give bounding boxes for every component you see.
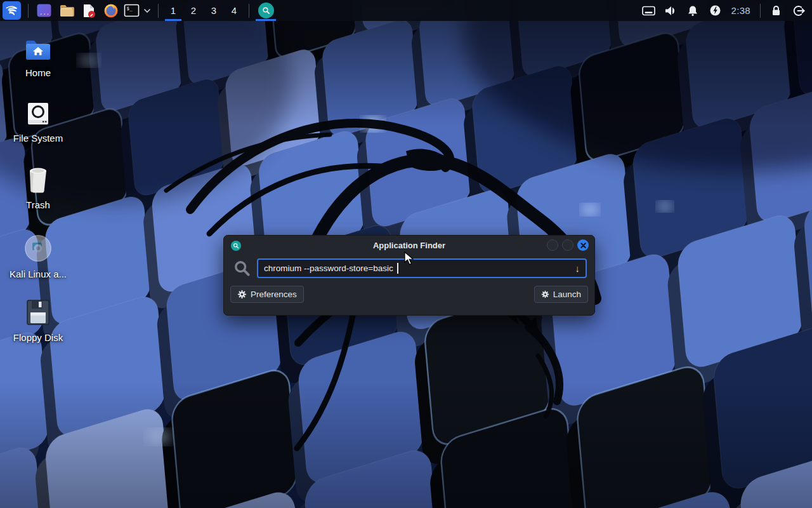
kali-logo-icon	[3, 1, 21, 20]
logout-button[interactable]	[787, 0, 809, 21]
lock-screen-button[interactable]	[765, 0, 787, 21]
launch-button[interactable]: Launch	[534, 286, 588, 303]
command-text: chromium --password-store=basic	[264, 264, 395, 273]
lock-icon	[771, 5, 782, 17]
chevron-down-icon	[143, 8, 151, 13]
terminal-icon: $_	[124, 3, 140, 18]
panel-separator	[28, 4, 29, 18]
panel-separator	[760, 4, 761, 18]
floppy-disk-icon	[25, 298, 51, 326]
workspace-2[interactable]: 2	[183, 0, 204, 21]
app-finder-icon	[258, 3, 274, 18]
workspace-3[interactable]: 3	[204, 0, 224, 21]
down-arrow-icon[interactable]: ↓	[575, 264, 580, 273]
app-finder-icon	[231, 241, 241, 251]
launcher-terminal[interactable]: $_	[122, 0, 141, 21]
desktop-icon-label: Home	[25, 67, 51, 78]
window-title: Application Finder	[224, 241, 594, 250]
workspace-1[interactable]: 1	[163, 0, 183, 21]
maximize-button[interactable]	[562, 239, 573, 251]
logout-icon	[792, 4, 805, 17]
command-input[interactable]: chromium --password-store=basic ↓	[257, 258, 587, 278]
launcher-purple-app[interactable]: ...	[33, 0, 55, 21]
desktop-icon-kali-linux[interactable]: Kali Linux a...	[8, 234, 69, 279]
file-manager-icon	[58, 3, 75, 19]
desktop-icon-label: File System	[13, 133, 63, 144]
titlebar[interactable]: Application Finder	[224, 236, 594, 255]
close-button[interactable]	[577, 239, 589, 251]
top-panel: ... $_	[0, 0, 812, 21]
search-icon	[233, 259, 251, 277]
purple-app-icon: ...	[36, 3, 52, 18]
desktop-icon-label: Trash	[26, 199, 50, 210]
notifications-bell-icon	[687, 5, 698, 17]
clock[interactable]: 2:38	[726, 0, 756, 21]
volume-tray-button[interactable]	[660, 0, 682, 21]
workspace-4[interactable]: 4	[224, 0, 244, 21]
keyboard-tray-button[interactable]	[638, 0, 660, 21]
desktop-icon-home[interactable]: Home	[8, 36, 69, 78]
minimize-button[interactable]	[547, 239, 558, 251]
keyboard-icon	[642, 6, 655, 16]
desktop-icon-file-system[interactable]: File System	[8, 100, 69, 144]
power-manager-tray-button[interactable]	[704, 0, 726, 21]
text-caret	[397, 263, 398, 274]
desktop-icon-floppy-disk[interactable]: Floppy Disk	[8, 298, 69, 343]
text-editor-icon	[81, 3, 97, 19]
launcher-firefox[interactable]	[100, 0, 122, 21]
svg-text:$_: $_	[126, 6, 133, 11]
filesystem-drive-icon	[25, 100, 51, 127]
taskbar-app-finder-button[interactable]	[254, 0, 278, 21]
svg-text:...: ...	[39, 10, 49, 16]
trash-icon	[25, 166, 51, 194]
desktop-icon-label: Kali Linux a...	[10, 269, 67, 279]
volume-icon	[664, 5, 677, 17]
launcher-text-editor[interactable]	[77, 0, 100, 21]
home-folder-icon	[23, 36, 53, 62]
preferences-label: Preferences	[251, 290, 297, 299]
panel-separator	[158, 4, 159, 18]
launch-label: Launch	[553, 290, 581, 299]
disc-icon	[23, 234, 53, 263]
notifications-tray-button[interactable]	[682, 0, 704, 21]
panel-separator	[249, 4, 249, 18]
application-finder-window: Application Finder chromium --password-s…	[223, 235, 595, 316]
terminal-dropdown-button[interactable]	[141, 0, 154, 21]
desktop-icon-trash[interactable]: Trash	[8, 166, 69, 210]
firefox-icon	[103, 3, 119, 19]
launcher-file-manager[interactable]	[55, 0, 77, 21]
desktop-icon-label: Floppy Disk	[13, 332, 63, 343]
preferences-button[interactable]: Preferences	[230, 286, 304, 303]
power-manager-icon	[709, 4, 721, 17]
close-icon	[580, 243, 586, 248]
applications-menu-button[interactable]	[0, 0, 23, 21]
